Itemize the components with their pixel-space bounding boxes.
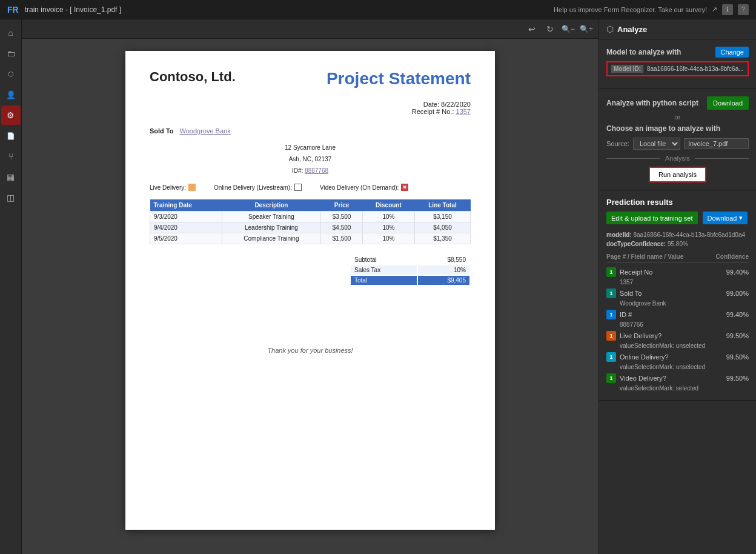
prediction-buttons: Edit & upload to training set Download ▾ xyxy=(606,212,749,224)
online-delivery-label: Online Delivery (Livestream): xyxy=(214,184,292,191)
refresh-btn[interactable]: ↻ xyxy=(543,22,557,36)
pdf-address-line1: 12 Sycamore Lane xyxy=(150,144,471,151)
sold-to-label: Sold To xyxy=(150,127,174,135)
content-area: ↩ ↻ 🔍− 🔍+ Contoso, Ltd. Project Statemen… xyxy=(22,19,756,554)
pdf-address-line2: Ash, NC, 02137 xyxy=(150,156,471,162)
sidebar-item-settings[interactable]: ⚙ xyxy=(1,105,21,125)
sidebar-item-document[interactable]: 📄 xyxy=(1,126,21,145)
pdf-date: Date: 8/22/2020 xyxy=(150,101,471,108)
result-field: Receipt No xyxy=(620,269,723,276)
sidebar-item-layers[interactable]: ◫ xyxy=(1,188,21,207)
result-row: 1 Video Delivery? 99.50% xyxy=(606,372,749,385)
chevron-down-icon: ▾ xyxy=(739,214,743,222)
main-area: ⌂ 🗀 ⬡ 👤 ⚙ 📄 ⑂ ▦ ◫ ↩ ↻ 🔍− 🔍+ Contoso, Ltd… xyxy=(0,19,756,554)
source-label: Source: xyxy=(606,140,629,147)
pdf-table: Training Date Description Price Discount… xyxy=(150,199,471,244)
sidebar-item-table[interactable]: ▦ xyxy=(1,167,21,187)
external-link-icon: ↗ xyxy=(712,5,717,13)
model-info: modelId: 8aa16866-16fe-44ca-b13a-8bfc6ad… xyxy=(606,230,749,249)
result-field: Video Delivery? xyxy=(620,375,723,382)
result-item: 1 Live Delivery? 99.50% valueSelectionMa… xyxy=(606,329,749,349)
or-text: or xyxy=(675,113,681,121)
row-date: 9/5/2020 xyxy=(150,233,222,244)
row-price: $4,500 xyxy=(321,222,363,233)
row-total: $3,150 xyxy=(415,212,471,222)
pdf-sold-to: Sold To Woodgrove Bank xyxy=(150,127,471,135)
row-total: $4,050 xyxy=(415,222,471,233)
python-section-title: Analyze with python script xyxy=(606,99,698,107)
result-page-badge: 1 xyxy=(606,331,616,341)
edit-upload-button[interactable]: Edit & upload to training set xyxy=(606,212,698,224)
sidebar: ⌂ 🗀 ⬡ 👤 ⚙ 📄 ⑂ ▦ ◫ xyxy=(0,19,22,554)
subtotal-label: Subtotal xyxy=(351,255,417,264)
model-section: Model to analyze with Change Model ID: 8… xyxy=(599,39,756,89)
sidebar-item-tag[interactable]: ⬡ xyxy=(1,64,21,84)
table-header-price: Price xyxy=(321,199,363,212)
sidebar-item-home[interactable]: ⌂ xyxy=(1,23,21,42)
source-row: Source: Local file xyxy=(606,138,749,150)
pdf-viewer: Contoso, Ltd. Project Statement Date: 8/… xyxy=(22,39,598,554)
zoom-in-btn[interactable]: 🔍+ xyxy=(579,22,594,36)
doc-type-confidence: 95.80% xyxy=(668,241,688,247)
result-row: 1 ID # 99.40% xyxy=(606,308,749,321)
result-confidence: 99.50% xyxy=(726,375,749,382)
result-item: 1 Online Delivery? 99.50% valueSelection… xyxy=(606,350,749,370)
checkbox-online-box xyxy=(294,184,302,191)
sold-to-value: Woodgrove Bank xyxy=(180,127,231,135)
result-value: valueSelectionMark: unselected xyxy=(606,364,749,370)
result-confidence: 99.40% xyxy=(726,269,749,276)
topbar: FR train invoice - [ Invoice_1.pdf ] Hel… xyxy=(0,0,756,19)
analyze-title: Analyze xyxy=(617,25,647,34)
result-confidence: 99.50% xyxy=(726,332,749,339)
receipt-no-value: 1357 xyxy=(456,108,471,115)
result-page-badge: 1 xyxy=(606,267,616,277)
zoom-out-btn[interactable]: 🔍− xyxy=(561,22,575,36)
pdf-date-section: Date: 8/22/2020 Receipt # No.: 1357 xyxy=(150,101,471,115)
result-field: ID # xyxy=(620,311,723,318)
result-confidence: 99.40% xyxy=(726,311,749,318)
analysis-divider: Analysis xyxy=(606,155,749,162)
download-results-button[interactable]: Download ▾ xyxy=(703,212,748,224)
sales-tax-value: 10% xyxy=(418,265,469,275)
result-item: 1 Receipt No 99.40% 1357 xyxy=(606,265,749,285)
result-page-badge: 1 xyxy=(606,310,616,319)
row-total: $1,350 xyxy=(415,233,471,244)
result-row: 1 Sold To 99.00% xyxy=(606,287,749,300)
sidebar-item-person[interactable]: 👤 xyxy=(1,85,21,104)
table-row: 9/3/2020 Speaker Training $3,500 10% $3,… xyxy=(150,212,471,222)
row-desc: Compliance Training xyxy=(222,233,321,244)
total-value: $9,405 xyxy=(418,276,469,285)
python-section: Analyze with python script Download or C… xyxy=(599,89,756,190)
result-field: Online Delivery? xyxy=(620,353,723,361)
table-header-discount: Discount xyxy=(362,199,414,212)
python-download-button[interactable]: Download xyxy=(707,96,749,110)
subtotal-value: $8,550 xyxy=(418,255,469,264)
source-select[interactable]: Local file xyxy=(633,138,680,150)
question-icon[interactable]: ? xyxy=(738,4,749,15)
result-page-badge: 1 xyxy=(606,352,616,362)
live-delivery-label: Live Delivery: xyxy=(150,184,186,191)
run-analysis-button[interactable]: Run analysis xyxy=(649,167,706,182)
model-id-full: 8aa16866-16fe-44ca-b13a-8bfc6ad1d0a4 xyxy=(633,232,745,238)
pdf-totals-area: Subtotal $8,550 Sales Tax 10% Total $9,4… xyxy=(150,254,471,286)
checkbox-video: Video Delivery (On Demand): ✕ xyxy=(320,184,408,191)
info-icon[interactable]: ℹ xyxy=(722,4,733,15)
sidebar-item-folder[interactable]: 🗀 xyxy=(1,44,21,63)
back-btn[interactable]: ↩ xyxy=(525,22,539,36)
result-row: 1 Receipt No 99.40% xyxy=(606,265,749,279)
video-delivery-label: Video Delivery (On Demand): xyxy=(320,184,399,191)
results-list: 1 Receipt No 99.40% 1357 1 Sold To 99.00… xyxy=(606,265,749,392)
pdf-id: ID#: 8887768 xyxy=(150,167,471,174)
result-field: Sold To xyxy=(620,290,723,297)
file-input[interactable] xyxy=(684,138,749,149)
sidebar-item-branch[interactable]: ⑂ xyxy=(1,147,21,166)
right-panel: ⬡ Analyze Model to analyze with Change M… xyxy=(598,19,756,554)
row-discount: 10% xyxy=(362,212,414,222)
id-value: 8887768 xyxy=(305,167,328,174)
change-model-button[interactable]: Change xyxy=(715,47,749,58)
row-price: $1,500 xyxy=(321,233,363,244)
model-section-title: Model to analyze with xyxy=(606,48,681,56)
model-id-label: Model ID: xyxy=(611,65,643,73)
table-header-desc: Description xyxy=(222,199,321,212)
result-row: 1 Live Delivery? 99.50% xyxy=(606,329,749,342)
